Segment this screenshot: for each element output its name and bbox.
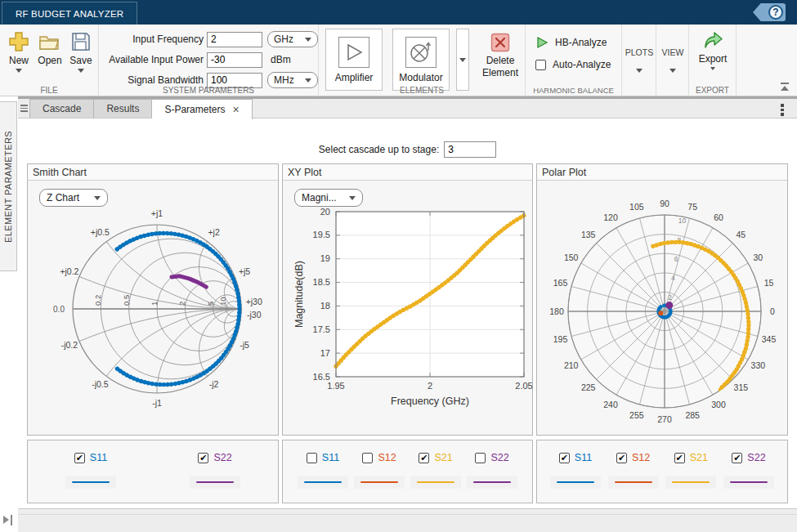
input-frequency-field[interactable] bbox=[207, 32, 262, 47]
smith-chart-type-dropdown[interactable]: Z Chart bbox=[39, 189, 108, 207]
open-button[interactable]: Open bbox=[36, 31, 64, 66]
tab-close-icon[interactable]: × bbox=[232, 105, 239, 114]
xy-plot-type-dropdown[interactable]: Magni... bbox=[294, 189, 363, 207]
footer-band bbox=[18, 508, 797, 532]
legend-label-s22: S22 bbox=[490, 452, 508, 463]
svg-text:45: 45 bbox=[736, 230, 746, 239]
export-label: Export bbox=[699, 53, 728, 65]
svg-text:2.05: 2.05 bbox=[515, 381, 532, 391]
svg-text:120: 120 bbox=[603, 212, 618, 222]
legend-swatch-s12 bbox=[354, 476, 405, 489]
legend-swatch-s11 bbox=[65, 476, 116, 489]
frequency-unit-dropdown[interactable]: GHz bbox=[267, 31, 318, 47]
tab-results-label: Results bbox=[106, 103, 139, 114]
svg-text:2: 2 bbox=[668, 293, 672, 302]
svg-text:+j0.2: +j0.2 bbox=[60, 266, 78, 276]
legend-checkbox-s22[interactable] bbox=[475, 453, 486, 463]
harmonic-balance-caption: HARMONIC BALANCE bbox=[526, 86, 621, 95]
svg-text:30: 30 bbox=[753, 253, 763, 262]
svg-text:180: 180 bbox=[549, 306, 564, 316]
legend-item-s11: ✔S11 bbox=[550, 452, 601, 489]
legend-checkbox-s21[interactable]: ✔ bbox=[419, 453, 429, 463]
polar-plot-panel-title: Polar Plot bbox=[542, 167, 586, 178]
legend-checkbox-s11[interactable]: ✔ bbox=[559, 453, 570, 463]
element-parameters-label: ELEMENT PARAMETERS bbox=[3, 131, 13, 243]
view-dropdown-button[interactable]: VIEW bbox=[656, 47, 689, 73]
xy-plot-canvas: 1.9522.0516.51717.51818.51919.520Magnitu… bbox=[283, 181, 534, 435]
smith-chart-type-value: Z Chart bbox=[47, 192, 79, 203]
section-plots: PLOTS bbox=[622, 25, 656, 96]
svg-text:-j5: -j5 bbox=[240, 340, 249, 350]
svg-text:-j0.2: -j0.2 bbox=[61, 340, 78, 350]
section-harmonic-balance: HB-Analyze Auto-Analyze HARMONIC BALANCE bbox=[526, 25, 622, 96]
modulator-button[interactable]: Modulator bbox=[392, 29, 450, 91]
hb-analyze-button[interactable]: HB-Analyze bbox=[535, 36, 607, 49]
view-caret bbox=[669, 69, 676, 73]
frequency-unit-value: GHz bbox=[274, 34, 293, 45]
export-button[interactable]: Export bbox=[689, 31, 737, 70]
xy-dropdown-caret bbox=[349, 196, 356, 200]
tab-s-parameters[interactable]: S-Parameters × bbox=[152, 99, 252, 119]
legend-checkbox-s12[interactable] bbox=[362, 453, 373, 463]
svg-text:-j30: -j30 bbox=[247, 310, 262, 320]
input-power-field[interactable] bbox=[207, 52, 262, 68]
smith-chart-legend: ✔S11✔S22 bbox=[27, 440, 279, 503]
auto-analyze-checkbox[interactable] bbox=[535, 60, 546, 70]
panel-menu-icon[interactable] bbox=[20, 103, 28, 113]
svg-text:+j0.5: +j0.5 bbox=[91, 227, 110, 237]
svg-text:90: 90 bbox=[660, 199, 669, 208]
svg-text:17.5: 17.5 bbox=[313, 324, 330, 334]
expand-panel-icon[interactable] bbox=[3, 515, 14, 525]
svg-text:+j5: +j5 bbox=[239, 266, 250, 276]
legend-checkbox-s11[interactable]: ✔ bbox=[74, 453, 85, 463]
tab-cascade[interactable]: Cascade bbox=[29, 99, 94, 118]
input-power-label: Available Input Power bbox=[104, 54, 204, 65]
svg-text:1: 1 bbox=[150, 302, 159, 306]
element-parameters-side-tab[interactable]: ELEMENT PARAMETERS bbox=[0, 101, 17, 271]
new-button[interactable]: New bbox=[5, 31, 33, 73]
frequency-unit-caret bbox=[305, 38, 311, 42]
tab-results[interactable]: Results bbox=[94, 99, 152, 118]
legend-checkbox-s12[interactable]: ✔ bbox=[616, 453, 627, 463]
elements-gallery-dropdown[interactable] bbox=[456, 29, 469, 91]
legend-swatch-s21 bbox=[665, 476, 716, 489]
svg-text:+j2: +j2 bbox=[208, 227, 219, 237]
legend-checkbox-s22[interactable]: ✔ bbox=[198, 453, 208, 463]
legend-label-s11: S11 bbox=[90, 452, 107, 463]
plots-dropdown-button[interactable]: PLOTS bbox=[622, 47, 656, 73]
open-label: Open bbox=[38, 55, 61, 66]
tab-s-parameters-label: S-Parameters bbox=[164, 104, 225, 115]
delete-element-button[interactable]: Delete Element bbox=[479, 33, 522, 79]
elements-section-caption: ELEMENTS bbox=[319, 86, 525, 95]
legend-checkbox-s21[interactable]: ✔ bbox=[674, 453, 685, 463]
save-button[interactable]: Save bbox=[67, 31, 95, 73]
plots-label: PLOTS bbox=[625, 47, 653, 57]
legend-checkbox-s22[interactable]: ✔ bbox=[732, 453, 742, 463]
status-strip bbox=[0, 508, 797, 532]
bandwidth-unit-caret bbox=[305, 78, 311, 83]
svg-text:0.5: 0.5 bbox=[122, 295, 131, 306]
xy-plot-panel-title: XY Plot bbox=[288, 167, 321, 178]
svg-text:165: 165 bbox=[553, 278, 568, 288]
save-floppy-icon bbox=[70, 31, 92, 52]
stage-selector-input[interactable] bbox=[444, 141, 496, 158]
legend-item-s11: S11 bbox=[298, 452, 348, 489]
svg-text:255: 255 bbox=[629, 410, 644, 420]
minimize-toolstrip-icon[interactable] bbox=[779, 83, 790, 92]
new-dropdown-caret[interactable] bbox=[16, 69, 22, 73]
file-section-caption: FILE bbox=[0, 86, 98, 95]
legend-swatch-s22 bbox=[723, 476, 774, 489]
tab-bar-menu-icon[interactable] bbox=[781, 104, 784, 118]
save-dropdown-caret[interactable] bbox=[78, 69, 84, 73]
svg-text:225: 225 bbox=[581, 382, 596, 392]
svg-text:Magnitude(dB): Magnitude(dB) bbox=[293, 261, 305, 328]
app-tab[interactable]: RF BUDGET ANALYZER bbox=[2, 2, 137, 25]
legend-label-s11: S11 bbox=[322, 452, 339, 463]
legend-label-s12: S12 bbox=[378, 452, 396, 463]
legend-checkbox-s11[interactable] bbox=[307, 453, 317, 463]
section-elements: Amplifier Modulator bbox=[319, 25, 526, 96]
auto-analyze-label: Auto-Analyze bbox=[553, 59, 611, 70]
svg-text:210: 210 bbox=[564, 360, 579, 370]
help-icon[interactable]: ? bbox=[768, 5, 783, 20]
amplifier-button[interactable]: Amplifier bbox=[325, 29, 383, 91]
